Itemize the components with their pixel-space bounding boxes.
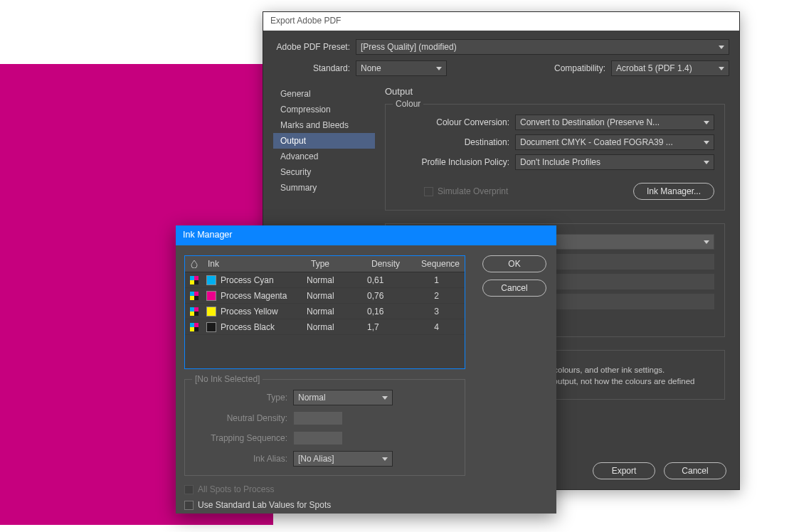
sidebar-item-security[interactable]: Security <box>273 164 375 180</box>
ink-name: Process Yellow <box>221 307 278 316</box>
ink-density: 0,16 <box>367 307 417 316</box>
trapping-sequence-input[interactable] <box>293 431 343 445</box>
svg-rect-14 <box>190 327 194 331</box>
ink-row[interactable]: Process YellowNormal0,163 <box>185 304 465 319</box>
export-button[interactable]: Export <box>593 462 655 479</box>
svg-rect-3 <box>194 280 198 284</box>
svg-rect-12 <box>190 323 194 327</box>
ink-sequence: 4 <box>417 322 463 332</box>
simulate-overprint-checkbox: Simulate Overprint <box>424 186 508 196</box>
ink-col-density[interactable]: Density <box>367 256 417 272</box>
colour-fieldset: Colour Colour Conversion: Convert to Des… <box>385 104 725 211</box>
destination-label: Destination: <box>396 137 515 147</box>
ink-col-ink[interactable]: Ink <box>203 256 307 272</box>
ink-type-header-icon[interactable] <box>185 257 203 271</box>
compat-select[interactable]: Acrobat 5 (PDF 1.4) <box>611 60 729 76</box>
ink-density: 0,61 <box>367 275 417 285</box>
export-dialog-title: Export Adobe PDF <box>263 12 739 31</box>
ink-alias-value: [No Alias] <box>298 454 334 464</box>
chevron-down-icon <box>704 121 709 124</box>
sidebar-item-marks-and-bleeds[interactable]: Marks and Bleeds <box>273 117 375 133</box>
ink-manager-title: Ink Manager <box>176 225 556 245</box>
na-field-2: N/A <box>534 254 714 270</box>
standard-value: None <box>361 63 381 73</box>
ink-sequence: 2 <box>417 291 463 301</box>
ok-button[interactable]: OK <box>482 255 546 272</box>
cmyk-icon <box>185 307 203 316</box>
sidebar-item-compression[interactable]: Compression <box>273 102 375 117</box>
svg-rect-4 <box>190 292 194 296</box>
sidebar-item-summary[interactable]: Summary <box>273 180 375 196</box>
svg-rect-10 <box>190 312 194 316</box>
trapping-sequence-label: Trapping Sequence: <box>194 433 293 443</box>
cmyk-icon <box>185 323 203 331</box>
svg-rect-2 <box>190 280 194 284</box>
chevron-down-icon <box>704 141 709 144</box>
ink-density: 0,76 <box>367 291 417 301</box>
profile-policy-select[interactable]: Don't Include Profiles <box>515 154 714 170</box>
destination-select[interactable]: Document CMYK - Coated FOGRA39 ... <box>515 134 714 150</box>
colour-conversion-value: Convert to Destination (Preserve N... <box>520 117 660 127</box>
lab-values-checkbox[interactable]: Use Standard Lab Values for Spots <box>184 500 548 510</box>
svg-rect-8 <box>190 307 194 312</box>
svg-rect-9 <box>194 307 198 312</box>
ink-swatch <box>206 291 216 301</box>
chevron-down-icon <box>436 67 442 70</box>
ink-row[interactable]: Process CyanNormal0,611 <box>185 272 465 288</box>
ink-sequence: 3 <box>417 307 463 316</box>
ink-row[interactable]: Process BlackNormal1,74 <box>185 319 465 335</box>
chevron-down-icon <box>719 67 724 70</box>
cmyk-icon <box>185 276 203 284</box>
profile-policy-label: Profile Inclusion Policy: <box>396 157 515 167</box>
simulate-overprint-label: Simulate Overprint <box>438 186 508 196</box>
svg-rect-1 <box>194 276 198 280</box>
svg-rect-0 <box>190 276 194 280</box>
ink-alias-label: Ink Alias: <box>194 454 293 464</box>
ink-type-value: Normal <box>298 393 326 403</box>
neutral-density-label: Neutral Density: <box>194 413 293 423</box>
sidebar-item-advanced[interactable]: Advanced <box>273 149 375 164</box>
svg-rect-6 <box>190 296 194 300</box>
ink-density: 1,7 <box>367 322 417 332</box>
ink-col-type[interactable]: Type <box>307 256 367 272</box>
all-spots-label: All Spots to Process <box>198 484 274 494</box>
na-field-3: N/A <box>534 274 714 289</box>
ink-swatch <box>206 307 216 316</box>
ink-type-label: Type: <box>194 393 293 403</box>
chevron-down-icon <box>719 46 724 49</box>
na-select-1: N/A <box>534 234 714 250</box>
ink-manager-dialog: Ink Manager Ink Type Density Sequence Pr… <box>176 225 556 514</box>
ink-type: Normal <box>307 291 367 301</box>
destination-value: Document CMYK - Coated FOGRA39 ... <box>520 137 673 147</box>
preset-select[interactable]: [Press Quality] (modified) <box>356 39 729 55</box>
lab-values-label: Use Standard Lab Values for Spots <box>198 500 331 510</box>
ink-row[interactable]: Process MagentaNormal0,762 <box>185 288 465 304</box>
sidebar-item-general[interactable]: General <box>273 86 375 102</box>
sidebar-item-output[interactable]: Output <box>273 133 375 149</box>
ink-cancel-button[interactable]: Cancel <box>482 280 546 297</box>
svg-rect-11 <box>194 312 198 316</box>
svg-rect-15 <box>194 327 198 331</box>
standard-label: Standard: <box>273 63 356 73</box>
na-field-4: N/A <box>534 294 714 309</box>
chevron-down-icon <box>382 457 388 461</box>
cmyk-icon <box>185 292 203 300</box>
ink-col-sequence[interactable]: Sequence <box>417 256 463 272</box>
ink-name: Process Magenta <box>221 291 287 301</box>
standard-select[interactable]: None <box>356 60 447 76</box>
preset-value: [Press Quality] (modified) <box>361 42 457 52</box>
neutral-density-input[interactable] <box>293 411 343 425</box>
section-title: Output <box>385 86 725 97</box>
compat-label: Compatibility: <box>554 63 611 73</box>
preset-label: Adobe PDF Preset: <box>273 42 356 52</box>
chevron-down-icon <box>704 240 709 244</box>
cancel-button[interactable]: Cancel <box>664 462 726 479</box>
colour-conversion-label: Colour Conversion: <box>396 117 515 127</box>
ink-manager-button[interactable]: Ink Manager... <box>633 183 714 200</box>
ink-swatch <box>206 275 216 285</box>
colour-conversion-select[interactable]: Convert to Destination (Preserve N... <box>515 115 714 130</box>
ink-type: Normal <box>307 307 367 316</box>
ink-alias-select[interactable]: [No Alias] <box>293 451 393 467</box>
ink-type-select[interactable]: Normal <box>293 390 393 405</box>
colour-legend: Colour <box>393 99 423 109</box>
